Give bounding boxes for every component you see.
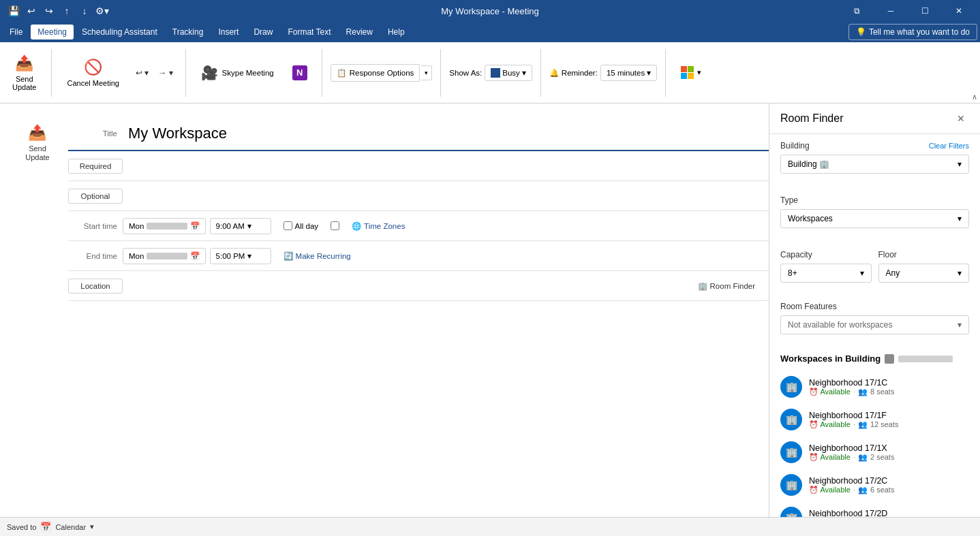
start-time-arrow-icon: ▾ (247, 221, 251, 231)
list-item[interactable]: 🏢 Neighborhood 17/2D ⏰ Available · 👥 8 s… (769, 501, 980, 517)
menu-draw[interactable]: Draw (247, 25, 279, 40)
location-input[interactable] (128, 279, 692, 294)
restore-down-btn[interactable]: ⧉ (841, 0, 872, 22)
ws-name-1: Neighborhood 17/1C (809, 378, 969, 388)
rf-capacity-dropdown[interactable]: 8+ ▾ (780, 264, 872, 283)
title-input[interactable] (123, 122, 769, 145)
response-options-icon: 📋 (337, 68, 346, 78)
start-time-field[interactable]: 9:00 AM ▾ (210, 218, 271, 234)
show-as-label: Show As: (449, 69, 482, 77)
reminder-dropdown[interactable]: 15 minutes ▾ (600, 65, 657, 81)
menu-format-text[interactable]: Format Text (281, 25, 337, 40)
menu-meeting[interactable]: Meeting (31, 25, 74, 40)
up-btn[interactable]: ↑ (59, 3, 75, 19)
cancel-meeting-button[interactable]: 🚫 Cancel Meeting (60, 46, 125, 100)
send-update-col: 📤 SendUpdate (14, 117, 61, 503)
maximize-btn[interactable]: ☐ (909, 0, 940, 22)
rf-close-button[interactable]: ✕ (953, 112, 969, 125)
menu-insert[interactable]: Insert (211, 25, 245, 40)
calendar-icon: 📅 (40, 522, 51, 532)
ws-seats-icon-4: 👥 (858, 486, 868, 494)
ms-apps-button[interactable]: ▾ (674, 46, 708, 100)
redo-btn[interactable]: ↪ (41, 3, 57, 19)
response-options-dropdown-btn[interactable]: ▾ (421, 65, 432, 80)
optional-row: Optional (68, 181, 769, 211)
rf-features-dropdown[interactable]: Not available for workspaces ▾ (780, 315, 969, 334)
rf-building-arrow-icon: ▾ (958, 159, 962, 169)
rf-type-value: Workspaces (788, 214, 833, 223)
location-button[interactable]: Location (68, 279, 123, 294)
quick-access: 💾 ↩ ↪ ↑ ↓ ⚙▾ (5, 3, 110, 19)
rf-building-dropdown[interactable]: Building 🏢 ▾ (780, 155, 969, 174)
end-date-field[interactable]: Mon 📅 (123, 248, 206, 264)
rf-capacity-arrow-icon: ▾ (860, 268, 864, 278)
rf-features-value: Not available for workspaces (788, 320, 892, 330)
globe-icon: 🌐 (352, 221, 361, 231)
menu-review[interactable]: Review (339, 25, 380, 40)
menu-scheduling[interactable]: Scheduling Assistant (75, 25, 164, 40)
rf-features-arrow-icon: ▾ (958, 320, 962, 330)
list-item[interactable]: 🏢 Neighborhood 17/2C ⏰ Available · 👥 6 s… (769, 469, 980, 501)
room-finder-btn[interactable]: 🏢 Room Finder (698, 281, 755, 291)
title-label: Title (68, 129, 123, 138)
rf-building-section: Building Clear Filters Building 🏢 ▾ (769, 134, 980, 183)
required-input[interactable] (123, 159, 769, 174)
room-finder-panel: Room Finder ✕ Building Clear Filters Bui… (769, 104, 980, 517)
saved-to-label: Saved to (7, 523, 36, 531)
undo-nav-btn[interactable]: ↩ ▾ (132, 65, 153, 80)
list-item[interactable]: 🏢 Neighborhood 17/1X ⏰ Available · 👥 2 s… (769, 436, 980, 469)
list-item[interactable]: 🏢 Neighborhood 17/1F ⏰ Available · 👥 12 … (769, 403, 980, 436)
customize-btn[interactable]: ⚙▾ (94, 3, 110, 19)
room-finder-icon: 🏢 (698, 281, 707, 291)
rf-type-dropdown[interactable]: Workspaces ▾ (780, 209, 969, 228)
undo-btn[interactable]: ↩ (23, 3, 40, 19)
required-button[interactable]: Required (68, 159, 123, 174)
allday-checkbox2[interactable] (331, 221, 339, 230)
ws-name-4: Neighborhood 17/2C (809, 476, 969, 486)
rf-floor-dropdown[interactable]: Any ▾ (878, 264, 970, 283)
rf-features-label: Room Features (780, 302, 837, 311)
ribbon-sep-4 (440, 49, 441, 97)
workspace-list: 🏢 Neighborhood 17/1C ⏰ Available · 👥 8 s… (769, 368, 980, 517)
save-btn[interactable]: 💾 (5, 3, 22, 19)
skype-meeting-button[interactable]: 🎥 Skype Meeting (194, 46, 281, 100)
room-finder-label: Room Finder (710, 282, 755, 290)
menu-tracking[interactable]: Tracking (166, 25, 211, 40)
ws-name-2: Neighborhood 17/1F (809, 411, 969, 420)
make-recurring-group[interactable]: 🔄 Make Recurring (284, 251, 351, 261)
onenote-icon: N (292, 65, 307, 80)
tell-me-box[interactable]: 💡 Tell me what you want to do (848, 24, 977, 40)
send-update-button[interactable]: 📤 SendUpdate (5, 46, 43, 100)
down-btn[interactable]: ↓ (76, 3, 93, 19)
rf-floor-arrow-icon: ▾ (958, 268, 962, 278)
ribbon-collapse-btn[interactable]: ∧ (972, 93, 977, 101)
rf-clear-filters[interactable]: Clear Filters (929, 142, 969, 150)
allday-checkbox[interactable] (284, 221, 292, 230)
main-content: 📤 SendUpdate Title Required Optional (0, 104, 980, 517)
end-datetime-group: Mon 📅 5:00 PM ▾ 🔄 Make Recurring (123, 248, 351, 264)
send-update-side-btn[interactable]: 📤 SendUpdate (25, 124, 49, 162)
optional-input[interactable] (123, 189, 769, 204)
capacity-group: Capacity 8+ ▾ (780, 250, 872, 283)
allday-label: All day (295, 222, 319, 230)
response-options-button[interactable]: 📋 Response Options (331, 64, 420, 82)
end-time-field[interactable]: 5:00 PM ▾ (210, 248, 271, 264)
minimize-btn[interactable]: ─ (875, 0, 906, 22)
rf-features-label-row: Room Features (780, 302, 969, 311)
list-item[interactable]: 🏢 Neighborhood 17/1C ⏰ Available · 👥 8 s… (769, 371, 980, 403)
show-as-dropdown[interactable]: Busy ▾ (485, 65, 532, 81)
start-date-field[interactable]: Mon 📅 (123, 218, 206, 234)
close-btn[interactable]: ✕ (943, 0, 975, 22)
optional-button[interactable]: Optional (68, 189, 123, 204)
start-date-calendar-icon: 📅 (190, 221, 200, 231)
allday-group2 (331, 221, 339, 230)
onenote-button[interactable]: N (286, 46, 313, 100)
busy-color-box (491, 68, 500, 78)
menu-file[interactable]: File (3, 25, 29, 40)
rf-floor-label: Floor (878, 250, 897, 259)
response-options-group: 📋 Response Options ▾ (331, 64, 433, 82)
cancel-meeting-icon: 🚫 (84, 59, 102, 76)
forward-nav-btn[interactable]: → ▾ (154, 65, 177, 80)
menu-help[interactable]: Help (381, 25, 412, 40)
timezone-group[interactable]: 🌐 Time Zones (352, 221, 405, 231)
